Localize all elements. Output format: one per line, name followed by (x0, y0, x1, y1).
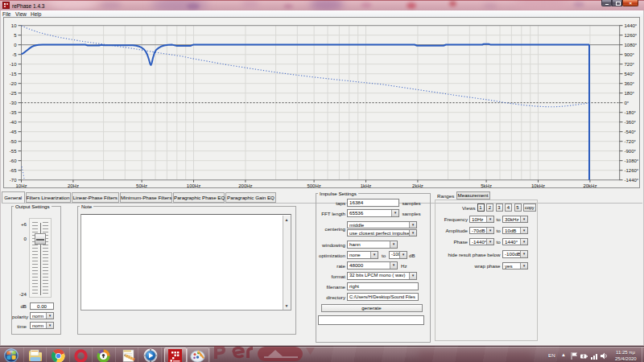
svg-text:-55: -55 (10, 149, 17, 154)
svg-text:1080°: 1080° (625, 43, 638, 47)
svg-text:-45: -45 (10, 130, 17, 134)
svg-text:10Hz: 10Hz (15, 183, 27, 188)
svg-text:-540°: -540° (625, 130, 637, 134)
svg-text:540°: 540° (625, 72, 635, 76)
svg-text:10: 10 (11, 23, 17, 28)
svg-text:0°: 0° (625, 101, 630, 105)
svg-text:200Hz: 200Hz (238, 183, 252, 188)
svg-text:360°: 360° (625, 81, 635, 86)
svg-text:-35: -35 (10, 110, 17, 115)
svg-text:-720°: -720° (625, 139, 637, 144)
svg-text:-1080°: -1080° (625, 158, 639, 163)
svg-text:50Hz: 50Hz (136, 183, 147, 188)
svg-text:180°: 180° (625, 91, 635, 96)
svg-text:-65: -65 (10, 168, 17, 173)
svg-text:-360°: -360° (625, 120, 637, 125)
svg-text:-1440°: -1440° (625, 178, 639, 183)
svg-text:-5: -5 (12, 52, 17, 57)
svg-text:1kHz: 1kHz (361, 183, 372, 188)
svg-text:100Hz: 100Hz (187, 183, 200, 188)
svg-text:5: 5 (14, 33, 17, 38)
svg-text:-900°: -900° (625, 149, 637, 154)
svg-text:5kHz: 5kHz (481, 183, 492, 188)
svg-text:-40: -40 (10, 120, 17, 125)
svg-text:-25: -25 (10, 91, 17, 96)
svg-text:1260°: 1260° (625, 33, 638, 38)
svg-text:10kHz: 10kHz (531, 183, 545, 188)
svg-text:-180°: -180° (625, 110, 637, 115)
svg-text:900°: 900° (625, 52, 635, 57)
svg-text:2kHz: 2kHz (412, 183, 423, 188)
svg-text:-70: -70 (10, 178, 17, 183)
svg-text:-10: -10 (10, 62, 17, 67)
svg-text:-20: -20 (10, 81, 17, 86)
svg-text:-1260°: -1260° (625, 168, 639, 173)
svg-text:20kHz: 20kHz (583, 183, 597, 188)
svg-text:1440°: 1440° (625, 23, 638, 28)
svg-text:0: 0 (14, 43, 17, 47)
svg-text:20Hz: 20Hz (68, 183, 79, 188)
svg-text:-50: -50 (10, 139, 17, 144)
svg-text:720°: 720° (625, 62, 635, 67)
svg-text:-60: -60 (10, 158, 17, 163)
svg-text:-15: -15 (10, 72, 17, 76)
svg-text:-30: -30 (10, 101, 17, 105)
svg-text:500Hz: 500Hz (307, 183, 320, 188)
